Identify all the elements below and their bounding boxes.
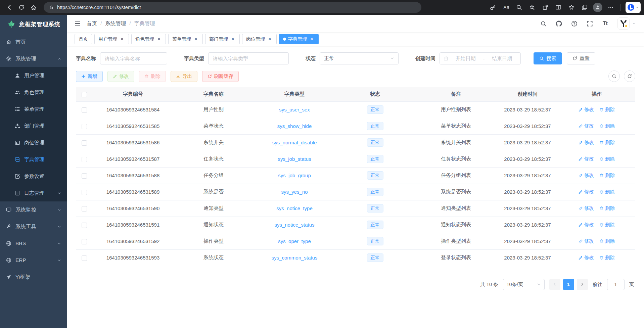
add-favorite-button[interactable] [526, 1, 538, 13]
extensions-button[interactable] [539, 1, 551, 13]
add-button[interactable]: 新增 [76, 71, 103, 82]
tab-role[interactable]: 角色管理× [131, 34, 166, 44]
dict-type-link[interactable]: sys_notice_status [274, 222, 314, 228]
row-edit-button[interactable]: 修改 [579, 139, 594, 146]
row-delete-button[interactable]: 删除 [599, 172, 615, 179]
sidebar-item-tool[interactable]: 系统工具 [0, 218, 67, 235]
tab-post[interactable]: 岗位管理× [242, 34, 277, 44]
sidebar-item-user[interactable]: 用户管理 [0, 67, 67, 84]
row-checkbox[interactable] [82, 255, 87, 261]
address-bar[interactable]: https://ccnetcore.com:1101/system/dict [44, 2, 421, 13]
sidebar-toggle-button[interactable] [72, 18, 83, 29]
dict-type-input[interactable] [208, 52, 289, 64]
row-edit-button[interactable]: 修改 [579, 254, 594, 261]
reset-button[interactable]: 重置 [567, 52, 595, 64]
goto-page-input[interactable] [607, 279, 625, 290]
toggle-search-button[interactable] [608, 71, 620, 82]
zoom-button[interactable] [513, 1, 525, 13]
github-button[interactable] [553, 18, 564, 29]
tab-close-icon[interactable]: × [267, 36, 273, 42]
row-checkbox[interactable] [82, 190, 87, 195]
dict-type-link[interactable]: sys_notice_type [276, 205, 313, 211]
browser-menu-button[interactable] [605, 1, 617, 13]
dict-type-link[interactable]: sys_job_status [278, 156, 311, 162]
font-size-button[interactable]: Tt [599, 18, 611, 29]
tab-home[interactable]: 首页 [75, 34, 92, 44]
sidebar-item-dict[interactable]: 字典管理 [0, 151, 67, 168]
row-edit-button[interactable]: 修改 [579, 238, 594, 244]
user-avatar[interactable] [617, 17, 636, 30]
row-checkbox[interactable] [82, 223, 87, 228]
row-edit-button[interactable]: 修改 [579, 189, 594, 195]
sidebar-item-bbs[interactable]: BBS [0, 235, 67, 252]
sidebar-item-log[interactable]: 日志管理 [0, 185, 67, 201]
sidebar-item-home[interactable]: 首页 [0, 34, 67, 50]
header-search-button[interactable] [538, 18, 549, 29]
row-delete-button[interactable]: 删除 [599, 156, 615, 162]
row-edit-button[interactable]: 修改 [579, 156, 594, 162]
tab-menu[interactable]: 菜单管理× [168, 34, 203, 44]
row-delete-button[interactable]: 删除 [599, 205, 615, 212]
fullscreen-button[interactable] [584, 18, 595, 29]
sidebar-item-erp[interactable]: ERP [0, 252, 67, 269]
export-button[interactable]: 导出 [171, 71, 197, 82]
breadcrumb-home[interactable]: 首页 [87, 20, 97, 27]
select-all-checkbox[interactable] [82, 92, 87, 97]
dict-type-link[interactable]: sys_job_group [278, 173, 311, 178]
tab-close-icon[interactable]: × [193, 36, 199, 42]
row-delete-button[interactable]: 删除 [599, 139, 615, 146]
row-delete-button[interactable]: 删除 [599, 106, 615, 113]
browser-refresh-button[interactable] [15, 1, 28, 13]
breadcrumb-system[interactable]: 系统管理 [105, 20, 126, 27]
sidebar-item-dept[interactable]: 部门管理 [0, 118, 67, 134]
tab-close-icon[interactable]: × [156, 36, 162, 42]
refresh-table-button[interactable] [624, 71, 635, 82]
tab-close-icon[interactable]: × [309, 36, 315, 42]
row-edit-button[interactable]: 修改 [579, 106, 594, 113]
delete-button[interactable]: 删除 [139, 71, 166, 82]
dict-name-input[interactable] [100, 52, 167, 64]
browser-back-button[interactable] [3, 1, 15, 13]
tab-user[interactable]: 用户管理× [94, 34, 129, 44]
page-1-button[interactable]: 1 [563, 279, 574, 290]
dict-type-link[interactable]: sys_yes_no [281, 189, 308, 195]
password-key-button[interactable] [487, 1, 499, 13]
read-aloud-button[interactable]: A [500, 1, 512, 13]
page-size-select[interactable]: 10条/页 [503, 279, 545, 290]
row-delete-button[interactable]: 删除 [599, 123, 615, 129]
date-range-picker[interactable]: 开始日期 - 结束日期 [440, 52, 521, 64]
row-edit-button[interactable]: 修改 [579, 222, 594, 228]
split-screen-button[interactable] [552, 1, 564, 13]
row-edit-button[interactable]: 修改 [579, 123, 594, 129]
sidebar-item-yi[interactable]: Yi框架 [0, 269, 67, 285]
sidebar-item-post[interactable]: 岗位管理 [0, 134, 67, 151]
breadcrumb-dict[interactable]: 字典管理 [134, 20, 155, 27]
tab-dict[interactable]: 字典管理× [279, 34, 319, 44]
row-checkbox[interactable] [82, 124, 87, 129]
row-delete-button[interactable]: 删除 [599, 238, 615, 244]
browser-home-button[interactable] [28, 1, 40, 13]
prev-page-button[interactable] [549, 279, 560, 290]
dict-type-link[interactable]: sys_common_status [272, 255, 318, 261]
row-checkbox[interactable] [82, 140, 87, 146]
tab-dept[interactable]: 部门管理× [205, 34, 240, 44]
search-button[interactable]: 搜索 [534, 52, 562, 64]
sidebar-item-monitor[interactable]: 系统监控 [0, 201, 67, 218]
sidebar-item-config[interactable]: 参数设置 [0, 168, 67, 185]
row-edit-button[interactable]: 修改 [579, 205, 594, 212]
status-select[interactable]: 正常 [320, 52, 399, 64]
help-button[interactable] [568, 18, 580, 29]
sidebar-item-role[interactable]: 角色管理 [0, 84, 67, 101]
row-edit-button[interactable]: 修改 [579, 172, 594, 179]
row-checkbox[interactable] [82, 239, 87, 244]
next-page-button[interactable] [577, 279, 588, 290]
row-checkbox[interactable] [82, 107, 87, 113]
dict-type-link[interactable]: sys_show_hide [277, 123, 312, 129]
bing-copilot-button[interactable] [626, 2, 641, 13]
sidebar-item-system[interactable]: 系统管理 [0, 50, 67, 67]
tab-close-icon[interactable]: × [230, 36, 236, 42]
collections-button[interactable] [579, 1, 591, 13]
edit-button[interactable]: 修改 [107, 71, 134, 82]
row-checkbox[interactable] [82, 157, 87, 162]
dict-type-link[interactable]: sys_normal_disable [272, 140, 317, 145]
